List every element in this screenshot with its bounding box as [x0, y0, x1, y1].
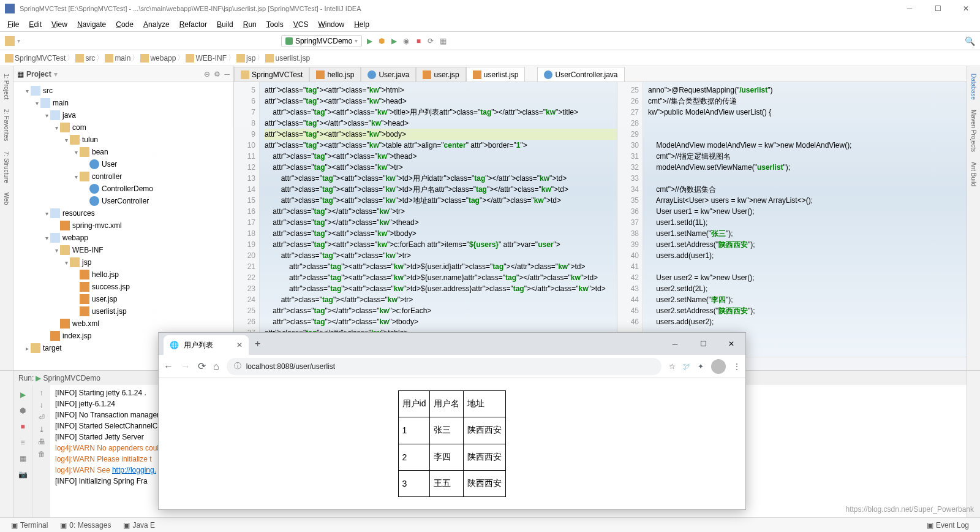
project-tree[interactable]: ▾src▾main▾java▾com▾tulun▾beanUser▾contro… [13, 82, 233, 370]
rerun-button[interactable]: ▶ [17, 389, 29, 401]
menu-refactor[interactable]: Refactor [175, 19, 212, 30]
terminal-tab[interactable]: ▣ Terminal [5, 521, 54, 530]
menu-file[interactable]: File [2, 19, 24, 30]
forward-button[interactable]: → [181, 361, 190, 372]
tree-node[interactable]: ▾java [13, 109, 233, 121]
tree-node[interactable]: ▾WEB-INF [13, 244, 233, 256]
breadcrumb-item[interactable]: jsp [246, 54, 255, 63]
stop-button[interactable]: ■ [413, 36, 423, 46]
editor-tab[interactable]: UserController.java [537, 67, 624, 82]
menu-code[interactable]: Code [111, 19, 138, 30]
tree-node[interactable]: userlist.jsp [13, 305, 233, 317]
browser-maximize-button[interactable]: ☐ [689, 333, 717, 355]
hide-icon[interactable]: ─ [224, 70, 230, 78]
tool-tab[interactable]: Database [970, 71, 977, 102]
browser-tab[interactable]: 🌐 用户列表 ✕ [164, 335, 249, 355]
menu-view[interactable]: View [47, 19, 72, 30]
bird-icon[interactable]: 🕊 [683, 362, 690, 371]
menu-tools[interactable]: Tools [262, 19, 288, 30]
back-button[interactable]: ← [164, 361, 173, 372]
profiler-button[interactable]: ◉ [401, 36, 411, 46]
settings-icon[interactable]: ⚙ [214, 70, 221, 78]
stop-run-button[interactable]: ■ [17, 420, 29, 433]
extensions-icon[interactable]: ✦ [698, 362, 704, 371]
tool-tab[interactable]: Maven Projects [970, 107, 977, 154]
tree-node[interactable]: ▾webapp [13, 232, 233, 244]
breadcrumb-item[interactable]: userlist.jsp [275, 54, 310, 63]
info-icon[interactable]: ⓘ [234, 361, 241, 371]
tree-node[interactable]: user.jsp [13, 293, 233, 305]
star-icon[interactable]: ☆ [669, 362, 676, 371]
tree-node[interactable]: ▾main [13, 97, 233, 109]
tree-node[interactable]: success.jsp [13, 281, 233, 293]
tree-node[interactable]: ▾jsp [13, 256, 233, 268]
up-button[interactable]: ↑ [40, 389, 43, 397]
breadcrumb-item[interactable]: SpringMVCTest [15, 54, 66, 63]
menu-edit[interactable]: Edit [24, 19, 47, 30]
menu-run[interactable]: Run [238, 19, 262, 30]
tree-node[interactable]: web.xml [13, 317, 233, 330]
breadcrumb-item[interactable]: webapp [150, 54, 176, 63]
run-button[interactable]: ▶ [364, 36, 374, 46]
coverage-button[interactable]: ▶ [389, 36, 399, 46]
editor-left[interactable]: attr">class="tag"><attr">class="kw">html… [260, 82, 617, 357]
update-button[interactable]: ⟳ [426, 36, 435, 46]
javaee-tab[interactable]: ▣ Java E [117, 521, 161, 530]
home-button[interactable]: ⌂ [213, 361, 219, 372]
minimize-button[interactable]: ─ [895, 0, 924, 17]
editor-tab[interactable]: user.jsp [416, 67, 466, 82]
tool-tab[interactable]: 2: Favorites [3, 107, 10, 143]
address-bar[interactable]: ⓘ localhost:8088/user/userlist [227, 358, 662, 375]
menu-icon[interactable]: ⋮ [733, 362, 741, 371]
editor-right[interactable]: anno">@RequestMapping("/userlist")cmt">/… [643, 82, 967, 357]
reload-button[interactable]: ⟳ [198, 360, 206, 372]
open-icon[interactable] [5, 36, 15, 46]
maximize-button[interactable]: ☐ [924, 0, 952, 17]
close-button[interactable]: ✕ [952, 0, 980, 17]
tool-tab[interactable]: 1: Project [3, 71, 10, 102]
tree-node[interactable]: User [13, 158, 233, 170]
menu-navigate[interactable]: Navigate [72, 19, 111, 30]
editor-tab[interactable]: User.java [361, 67, 416, 82]
collapse-all-icon[interactable]: ⊖ [204, 70, 210, 78]
new-tab-button[interactable]: + [249, 338, 266, 349]
browser-close-button[interactable]: ✕ [717, 333, 745, 355]
search-everywhere-icon[interactable]: 🔍 [965, 36, 975, 46]
layout-button[interactable]: ▦ [438, 36, 448, 46]
down-button[interactable]: ↓ [40, 401, 43, 409]
menu-window[interactable]: Window [313, 19, 349, 30]
browser-minimize-button[interactable]: ─ [661, 333, 689, 355]
tool-tab[interactable]: 7: Structure [3, 149, 10, 186]
tree-node[interactable]: ▾tulun [13, 134, 233, 146]
debug-button[interactable]: ⬢ [377, 36, 386, 46]
profile-avatar[interactable] [711, 359, 726, 374]
editor-tab[interactable]: SpringMVCTest [234, 67, 309, 82]
tree-node[interactable]: ▾controller [13, 170, 233, 183]
clear-button[interactable]: 🗑 [38, 450, 45, 458]
tree-node[interactable]: UserController [13, 195, 233, 207]
run-config-selector[interactable]: SpringMVCDemo ▾ [281, 35, 362, 47]
editor-tab[interactable]: hello.jsp [309, 67, 361, 82]
wrap-button[interactable]: ⏎ [39, 413, 45, 422]
print-button[interactable]: 🖶 [38, 438, 45, 446]
breadcrumb-item[interactable]: WEB-INF [195, 54, 227, 63]
tree-node[interactable]: ▾bean [13, 146, 233, 158]
breadcrumb-item[interactable]: src [85, 54, 95, 63]
tree-node[interactable]: spring-mvc.xml [13, 219, 233, 232]
messages-tab[interactable]: ▣ 0: Messages [54, 521, 117, 530]
dump-button[interactable]: ≡ [17, 436, 29, 449]
tool-tab[interactable]: Ant Build [970, 159, 977, 189]
close-tab-icon[interactable]: ✕ [236, 341, 243, 349]
menu-analyze[interactable]: Analyze [138, 19, 175, 30]
tree-node[interactable]: ▾src [13, 85, 233, 97]
pin-button[interactable]: 📷 [17, 468, 29, 481]
tree-node[interactable]: ▾com [13, 121, 233, 134]
menu-vcs[interactable]: VCS [288, 19, 314, 30]
event-log[interactable]: ▣ Event Log [921, 521, 975, 530]
scroll-button[interactable]: ⤓ [39, 425, 45, 434]
run-settings-button[interactable]: ⬢ [17, 405, 29, 417]
tree-node[interactable]: ControllerDemo [13, 183, 233, 195]
menu-help[interactable]: Help [349, 19, 374, 30]
breadcrumb-item[interactable]: main [115, 54, 130, 63]
tree-node[interactable]: hello.jsp [13, 268, 233, 281]
